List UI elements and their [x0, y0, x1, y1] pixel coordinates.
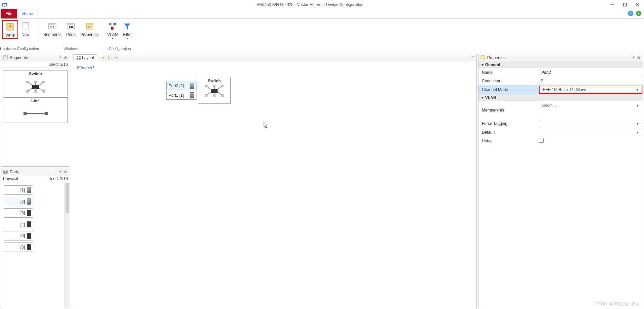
svg-rect-23 [109, 23, 111, 25]
segments-button[interactable]: Segments [41, 20, 63, 38]
prop-untag: Untag [478, 137, 643, 145]
ports-panel: Ports ✕ Physical Used: 2/16 [1] [2] [3] … [1, 168, 70, 308]
pin-icon[interactable] [58, 170, 62, 174]
name-input[interactable] [539, 69, 642, 76]
canvas-port1-label: Port1 [1] [169, 93, 188, 98]
app-icon [2, 2, 7, 7]
channel-mode-select[interactable]: IEEE 100Base-T1, Slave ▾ [539, 86, 642, 94]
prop-connector-label: Connector [478, 77, 538, 85]
svg-rect-24 [113, 23, 116, 25]
close-icon[interactable] [635, 2, 640, 7]
port-row[interactable]: [2] [4, 197, 33, 206]
svg-rect-35 [79, 56, 81, 57]
port-label: [5] [20, 233, 25, 238]
segment-item-switch[interactable]: Switch [3, 71, 68, 96]
svg-rect-4 [624, 3, 627, 6]
svg-rect-1 [3, 4, 6, 6]
prop-name-label: Name [478, 69, 538, 76]
cursor-icon [264, 122, 268, 129]
segments-used: Used: 1/16 [48, 62, 68, 67]
tab-layout-label: Layout [82, 55, 94, 60]
group-general[interactable]: General [478, 61, 643, 68]
port-chip-icon [27, 210, 31, 216]
port-chip-icon [27, 187, 31, 193]
ports-panel-icon [3, 169, 8, 175]
port-row[interactable]: [5] [4, 231, 33, 240]
layout-canvas-panel: Layout Uplink Ethernet1 Port2 [2] Port1 … [72, 54, 477, 308]
chevron-down-icon[interactable] [471, 55, 475, 59]
svg-rect-36 [77, 58, 78, 60]
canvas-port2[interactable]: Port2 [2] [166, 82, 196, 90]
svg-rect-12 [49, 24, 56, 25]
tab-home[interactable]: Home [17, 9, 38, 18]
pin-icon[interactable] [631, 55, 636, 60]
segment-item-link[interactable]: Link [3, 97, 68, 123]
chevron-down-icon: ▾ [127, 37, 128, 40]
vlan-button[interactable]: VLAN ▾ [105, 20, 120, 41]
ports-button[interactable]: Ports [63, 20, 78, 38]
prop-untag-label: Untag [478, 137, 538, 144]
prop-force-tagging-label: Force Tagging [478, 120, 538, 127]
port-row[interactable]: [3] [4, 208, 33, 218]
write-button[interactable]: Write [2, 20, 18, 39]
untag-checkbox[interactable] [539, 138, 544, 143]
vlan-label: VLAN [107, 32, 118, 37]
group-general-label: General [485, 62, 500, 67]
canvas-switch[interactable]: Switch [198, 77, 231, 104]
prop-channel-mode-label: Channel Mode [478, 86, 538, 93]
port-row[interactable]: [6] [4, 242, 33, 252]
default-select[interactable]: ▾ [539, 129, 642, 136]
maximize-icon[interactable] [623, 2, 627, 7]
pin-icon[interactable] [58, 55, 62, 60]
write-icon [5, 21, 15, 32]
port-chip-icon [190, 92, 194, 98]
group-vlan[interactable]: VLAN [478, 94, 643, 101]
tab-uplink[interactable]: Uplink [98, 55, 120, 61]
canvas-port1[interactable]: Port1 [1] [166, 91, 196, 100]
uplink-icon [101, 56, 105, 60]
svg-marker-28 [124, 24, 130, 30]
port-label: [6] [20, 245, 25, 250]
close-panel-icon[interactable]: ✕ [63, 55, 68, 60]
ribbon-group-windows: Segments Ports Properties Windows [39, 19, 103, 52]
minimize-icon[interactable] [610, 2, 614, 7]
tab-file[interactable]: File [1, 9, 17, 18]
port-row[interactable]: [1] [4, 185, 33, 195]
tab-layout[interactable]: Layout [74, 54, 97, 61]
port-row[interactable]: [4] [4, 220, 33, 229]
properties-panel-title: Properties [487, 55, 630, 60]
ribbon-group-win-label: Windows [39, 46, 103, 52]
watermark: CSDN @疯狂的机器人 [594, 301, 641, 307]
layout-canvas[interactable]: Ethernet1 Port2 [2] Port1 [1] Switch [72, 61, 476, 308]
vlan-icon [107, 21, 118, 32]
close-panel-icon[interactable]: ✕ [636, 55, 641, 60]
prop-default: Default ▾ [478, 128, 643, 137]
ribbon-tabs: File Home ? i [0, 9, 644, 19]
prop-connector: Connector 2 [478, 77, 643, 85]
force-tagging-select[interactable]: ▾ [539, 120, 642, 127]
svg-rect-18 [71, 26, 73, 28]
close-panel-icon[interactable]: ✕ [63, 170, 68, 174]
help-icon[interactable]: ? [628, 11, 633, 16]
scroll-thumb[interactable] [65, 183, 69, 213]
membership-select[interactable]: Select ... ▾ [539, 102, 642, 109]
filter-label: Filter [123, 32, 132, 37]
info-icon[interactable]: i [636, 11, 641, 16]
ports-panel-title: Ports [10, 170, 57, 174]
prop-membership-label: Membership [478, 106, 538, 114]
properties-button[interactable]: Properties [78, 20, 101, 38]
port-chip-icon [27, 221, 31, 227]
collapse-icon [481, 64, 484, 66]
segment-switch-title: Switch [4, 72, 67, 76]
filter-button[interactable]: Filter ▾ [120, 20, 135, 41]
tab-uplink-label: Uplink [106, 55, 118, 60]
svg-marker-38 [264, 122, 267, 128]
prop-force-tagging: Force Tagging ▾ [478, 119, 643, 128]
ribbon-group-cfg-label: Configuration [103, 46, 137, 52]
chevron-down-icon: ▾ [637, 103, 640, 108]
group-vlan-label: VLAN [485, 95, 496, 100]
layout-icon [77, 56, 81, 60]
scrollbar[interactable] [64, 182, 70, 308]
switch-icon [4, 78, 67, 95]
new-button[interactable]: New [18, 20, 33, 38]
